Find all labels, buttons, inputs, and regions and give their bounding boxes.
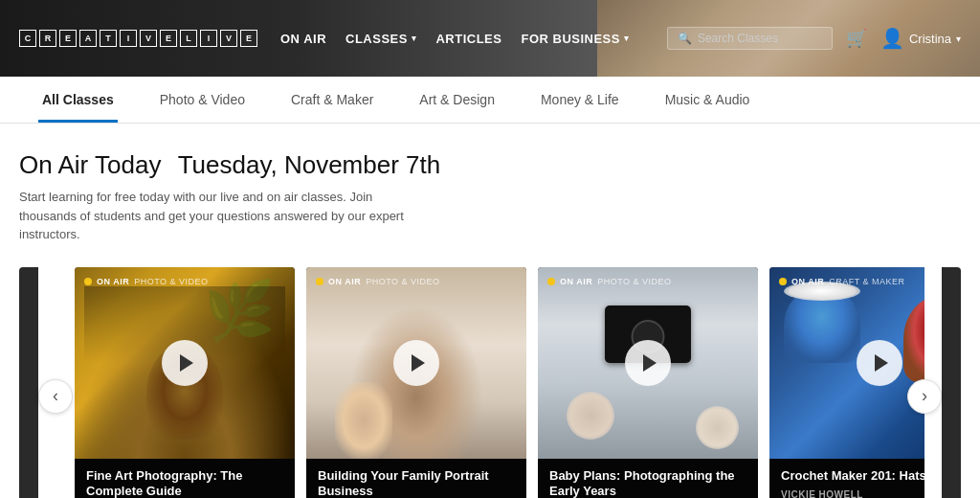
chevron-down-icon: ▾ (624, 34, 630, 43)
logo-letter: E (160, 30, 177, 47)
play-button[interactable] (162, 340, 208, 386)
partial-card-right (942, 267, 961, 498)
category-tabs: All Classes Photo & Video Craft & Maker … (0, 77, 980, 124)
main-content: On Air Today Tuesday, November 7th Start… (0, 124, 980, 498)
section-description: Start learning for free today with our l… (19, 188, 421, 244)
card-thumbnail: ON AIR PHOTO & VIDEO (75, 267, 295, 459)
on-air-dot (316, 278, 323, 285)
carousel-next-button[interactable]: › (907, 379, 942, 414)
class-card[interactable]: ON AIR PHOTO & VIDEO Building Your Famil… (306, 267, 526, 499)
header-right: 🔍 🛒 👤 Cristina ▾ (667, 27, 961, 50)
carousel: ‹ ON AIR PHOTO & VIDEO (19, 267, 961, 499)
card-instructor: VICKIE HOWELL (781, 489, 924, 498)
heading-light: Tuesday, November 7th (178, 150, 441, 179)
logo-letter: I (120, 30, 137, 47)
on-air-badge: ON AIR PHOTO & VIDEO (316, 277, 440, 286)
card-info: Baby Plans: Photographing the Early Year… (538, 459, 758, 499)
on-air-label: ON AIR (560, 277, 592, 286)
search-icon: 🔍 (678, 32, 692, 45)
user-menu[interactable]: 👤 Cristina ▾ (880, 27, 961, 50)
cards-container: ON AIR PHOTO & VIDEO Fine Art Photograph… (56, 267, 924, 499)
user-name: Cristina (909, 32, 951, 46)
logo-letter: T (100, 30, 117, 47)
chevron-down-icon: ▾ (412, 34, 417, 43)
play-icon (643, 354, 657, 372)
logo-letter: R (39, 30, 56, 47)
tab-photo-video[interactable]: Photo & Video (137, 77, 268, 123)
on-air-badge: ON AIR PHOTO & VIDEO (547, 277, 672, 286)
play-button[interactable] (393, 340, 439, 386)
card-title: Fine Art Photography: The Complete Guide (86, 468, 283, 499)
nav-for-business[interactable]: FOR BUSINESS ▾ (521, 32, 629, 46)
nav-articles[interactable]: ARTICLES (435, 32, 501, 46)
card-thumbnail: ON AIR CRAFT & MAKER (769, 267, 924, 459)
card-title: Building Your Family Portrait Business (318, 468, 515, 499)
logo-letter: C (19, 30, 36, 47)
header: C R E A T I V E L I V E ON AIR CLASSES ▾… (0, 0, 980, 77)
tab-all-classes[interactable]: All Classes (19, 77, 137, 123)
logo-letter: V (220, 30, 237, 47)
chevron-right-icon: › (922, 386, 927, 406)
partial-card-left (19, 267, 38, 498)
on-air-badge: ON AIR PHOTO & VIDEO (84, 277, 209, 286)
on-air-label: ON AIR (97, 277, 129, 286)
main-nav: ON AIR CLASSES ▾ ARTICLES FOR BUSINESS ▾ (280, 32, 644, 46)
cart-icon[interactable]: 🛒 (846, 28, 867, 49)
play-button[interactable] (625, 340, 671, 386)
class-card[interactable]: ON AIR PHOTO & VIDEO Fine Art Photograph… (75, 267, 295, 499)
play-icon (412, 354, 425, 372)
class-card[interactable]: ON AIR PHOTO & VIDEO Baby Plans: Photogr… (538, 267, 758, 499)
card-title: Baby Plans: Photographing the Early Year… (549, 468, 746, 499)
play-icon (180, 354, 193, 372)
carousel-prev-button[interactable]: ‹ (38, 379, 73, 414)
tab-music-audio[interactable]: Music & Audio (642, 77, 773, 123)
logo-letter: A (79, 30, 97, 47)
card-thumbnail: ON AIR PHOTO & VIDEO (538, 267, 758, 459)
heading-bold: On Air Today (19, 150, 161, 179)
on-air-label: ON AIR (328, 277, 361, 286)
class-card[interactable]: ON AIR CRAFT & MAKER Crochet Maker 201: … (769, 267, 924, 499)
play-button[interactable] (857, 340, 902, 386)
nav-on-air[interactable]: ON AIR (280, 32, 326, 46)
tab-craft-maker[interactable]: Craft & Maker (268, 77, 396, 123)
on-air-dot (547, 278, 555, 285)
search-input[interactable] (698, 32, 822, 45)
card-category: PHOTO & VIDEO (597, 277, 671, 286)
logo-letter: E (240, 30, 257, 47)
card-thumbnail: ON AIR PHOTO & VIDEO (306, 267, 526, 459)
logo-letter: I (200, 30, 217, 47)
on-air-dot (779, 278, 787, 285)
logo-letter: E (59, 30, 77, 47)
tab-art-design[interactable]: Art & Design (396, 77, 518, 123)
card-category: PHOTO & VIDEO (366, 277, 439, 286)
logo-letter: V (140, 30, 157, 47)
logo[interactable]: C R E A T I V E L I V E (19, 30, 257, 47)
tab-money-life[interactable]: Money & Life (518, 77, 642, 123)
user-avatar-icon: 👤 (880, 27, 904, 50)
on-air-label: ON AIR (791, 277, 824, 286)
card-info: Fine Art Photography: The Complete Guide… (75, 459, 295, 499)
chevron-left-icon: ‹ (53, 386, 58, 406)
logo-letter: L (180, 30, 197, 47)
chevron-down-icon: ▾ (956, 34, 961, 44)
card-category: PHOTO & VIDEO (134, 277, 208, 286)
nav-classes[interactable]: CLASSES ▾ (345, 32, 416, 46)
play-icon (875, 354, 888, 372)
card-title: Crochet Maker 201: Hats (781, 468, 924, 485)
card-category: CRAFT & MAKER (829, 277, 904, 286)
card-info: Crochet Maker 201: Hats VICKIE HOWELL (769, 459, 924, 499)
on-air-badge: ON AIR CRAFT & MAKER (779, 277, 905, 286)
section-heading: On Air Today Tuesday, November 7th (19, 150, 961, 180)
on-air-dot (84, 278, 92, 285)
search-box[interactable]: 🔍 (667, 27, 833, 50)
card-info: Building Your Family Portrait Business T… (306, 459, 526, 499)
